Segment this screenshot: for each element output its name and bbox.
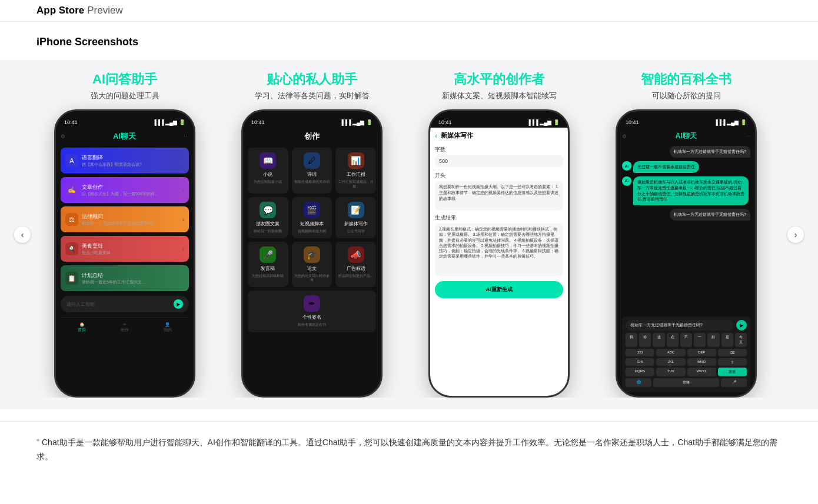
phone4-key-shift[interactable]: ⇪ xyxy=(718,358,747,366)
scroll-left-arrow[interactable]: ‹ xyxy=(14,226,31,243)
phone4-key-def[interactable]: DEF xyxy=(687,349,716,356)
phone1-chevron-0: › xyxy=(182,158,184,164)
phone4-key-at[interactable]: 在 xyxy=(667,333,679,347)
phone1-content: ⚙ AI聊天 ⋯ A 语言翻译 把【其什么东西】用英语怎么说? xyxy=(56,128,194,396)
phone4-key-today[interactable]: 今天 xyxy=(735,333,747,347)
phone2-icon-script: 🎬 xyxy=(304,202,320,218)
phone1-menu-item-2[interactable]: ⚖ 法律顾问 机动车一方无过错就等于无赔偿责任吗? › xyxy=(61,206,189,232)
scroll-right-arrow[interactable]: › xyxy=(787,226,804,243)
phone4-key-mno[interactable]: MNO xyxy=(687,358,716,366)
phone1-item2-sub: 机动车一方无过错就等于无赔偿责任吗? xyxy=(82,221,154,226)
phone-card-1: AI问答助手 强大的问题处理工具 10:41 ▐▐▐ ▂▄▆ 🔋 ⚙ AI聊天 … xyxy=(36,72,213,398)
phone4-key-jkl[interactable]: JKL xyxy=(656,358,685,366)
phone4-key-me[interactable]: 我 xyxy=(626,333,637,347)
phone4-menu-icon[interactable]: ⋯ xyxy=(745,133,750,139)
phone4-key-del[interactable]: ⌫ xyxy=(718,349,747,356)
phone4-key-not[interactable]: 不 xyxy=(680,333,692,347)
phone3-back-button[interactable]: ‹ xyxy=(435,132,437,140)
phone1-menu-item-4[interactable]: 📋 计划总结 请给我一篇近5年的工作汇报的文... › xyxy=(61,265,189,291)
phone4-key-good[interactable]: 好 xyxy=(707,333,719,347)
phone1-item4-left: 📋 计划总结 请给我一篇近5年的工作汇报的文... xyxy=(65,272,145,285)
phone1-item2-left: ⚖ 法律顾问 机动车一方无过错就等于无赔偿责任吗? xyxy=(65,213,154,226)
phone4-key-abc[interactable]: ABC xyxy=(656,349,685,356)
phone1-chevron-2: › xyxy=(182,216,184,223)
phone4-key-tuv[interactable]: TUV xyxy=(656,368,685,376)
phone4-key-send[interactable]: 发送 xyxy=(718,368,747,376)
phone4-chat-area: 机动车一方无过错就等于无赔偿责任吗? AI 无过错一般不需要承担赔偿责任 AI … xyxy=(622,146,750,313)
phone2-inner: 创作 📖 小说 为您定制短篇小说 🖊 诗词 智能生成格调优美诗词 xyxy=(243,128,381,335)
phone2-item-newmedia[interactable]: 📝 新媒体写作 公众号写作 xyxy=(335,197,376,238)
phone4-key-pqrs[interactable]: PQRS xyxy=(626,368,654,376)
phone2-sub-poetry: 智能生成格调优美诗词 xyxy=(294,180,330,184)
phone4-key-space[interactable]: 空格 xyxy=(653,378,719,387)
phone2-item-moments[interactable]: 💬 朋友圈文案 快给写一到朋友圈 xyxy=(248,197,288,238)
phone4-key-123[interactable]: 123 xyxy=(626,349,654,356)
phone1-signal: ▐▐▐ ▂▄▆ 🔋 xyxy=(152,119,185,125)
phone1-item3-sub: 生么小吃最美味 xyxy=(82,250,111,256)
phone4-key-mic[interactable]: 🎤 xyxy=(721,378,747,387)
phone2-item-paper[interactable]: 🎓 论文 为您的论文写出精准参考 xyxy=(292,242,332,287)
phone1-item3-label: 美食烹饪 xyxy=(82,242,111,250)
phone2-item-signature[interactable]: ✒ 个性签名 制作专属的正在书 xyxy=(248,291,376,332)
phone4-user-msg-1: 机动车一方无过错就等于无赔偿责任吗? xyxy=(670,146,750,158)
phone1-nav-title: AI聊天 xyxy=(113,131,136,142)
phone4-ai-msg-2-container: AI 但如果是机动车与行人或者非机动车发生交通事故的,机动车一方即使无责任也要承… xyxy=(622,176,750,205)
phone1-item4-sub: 请给我一篇近5年的工作汇报的文... xyxy=(82,279,145,285)
phone3-field-value-1[interactable]: 500 xyxy=(435,155,563,167)
description-text: "Chat助手是一款能够帮助用户进行智能聊天、AI创作和智能翻译的工具。通过Ch… xyxy=(36,436,782,464)
phone3-time: 10:41 xyxy=(438,119,452,125)
phone1-nav-mine[interactable]: 👤我的 xyxy=(164,322,172,333)
phone3-generate-button[interactable]: AI重新生成 xyxy=(435,281,563,298)
phone1-chevron-3: › xyxy=(182,246,184,252)
phone4-key-you[interactable]: 你 xyxy=(639,333,651,347)
phone3-content: ‹ 新媒体写作 字数 500 开头 我想要制作一份短视频拍摄大纲。以下是一些可以… xyxy=(430,128,568,396)
phone2-sub-ad: 给品牌定制更好产品... xyxy=(338,274,373,278)
phone1-item0-sub: 把【其什么东西】用英语怎么说? xyxy=(82,162,142,168)
app-store-bold-title: App Store xyxy=(36,5,84,16)
phone2-item-speech[interactable]: 🎤 发言稿 为您起稿演讲稿样稿 xyxy=(248,242,288,287)
phone1-send-button[interactable]: ▶ xyxy=(174,299,183,309)
phone2-item-novel[interactable]: 📖 小说 为您定制短篇小说 xyxy=(248,148,288,193)
phone4-ai-avatar-1: AI xyxy=(622,161,631,171)
phone2-label-poetry: 诗词 xyxy=(307,171,317,178)
phone4-input-field[interactable]: 机动车一方无过错就等于无赔偿责任吗? xyxy=(626,320,734,331)
phone1-nav-home[interactable]: 🏠首页 xyxy=(78,322,86,333)
phone1-nav-create[interactable]: ✏创作 xyxy=(121,322,129,333)
phone2-icon-signature: ✒ xyxy=(304,295,320,312)
phone4-key-is[interactable]: 是 xyxy=(721,333,733,347)
phone4-key-this[interactable]: 这 xyxy=(653,333,664,347)
phone2-label-paper: 论文 xyxy=(307,265,317,272)
phone1-menu-item-3[interactable]: 🍳 美食烹饪 生么小吃最美味 › xyxy=(61,236,189,262)
phone3-field-label-2: 开头 xyxy=(435,172,563,179)
phone1-settings-icon[interactable]: ⚙ xyxy=(61,133,65,139)
screenshots-scroll: AI问答助手 强大的问题处理工具 10:41 ▐▐▐ ▂▄▆ 🔋 ⚙ AI聊天 … xyxy=(0,72,818,398)
phone2-label-speech: 发言稿 xyxy=(261,265,275,272)
phone2-icon-speech: 🎤 xyxy=(260,246,276,263)
phone3-textarea[interactable]: 我想要制作一份短视频拍摄大纲。以下是一些可以考虑的要素： 1.主题和故事情节：确… xyxy=(435,181,563,211)
phone2-item-poetry[interactable]: 🖊 诗词 智能生成格调优美诗词 xyxy=(292,148,332,193)
phone4-key-wxyz[interactable]: WXYZ xyxy=(687,368,716,376)
phone1-inner: ⚙ AI聊天 ⋯ A 语言翻译 把【其什么东西】用英语怎么说? xyxy=(56,128,194,339)
phone1-menu-icon[interactable]: ⋯ xyxy=(184,133,189,139)
phone2-notch xyxy=(288,111,335,124)
phone4-send-button[interactable]: ▶ xyxy=(736,320,747,331)
phone4-key-globe[interactable]: 🌐 xyxy=(626,378,651,387)
phone3-header: ‹ 新媒体写作 xyxy=(435,131,563,140)
phone4-kb-row-1: 我 你 这 在 不 一 好 是 今天 xyxy=(626,333,747,347)
phone4-key-one[interactable]: 一 xyxy=(694,333,706,347)
phone1-menu-item-1[interactable]: ✍ 文章创作 以【跑步人生】为题，写一篇500字的作... › xyxy=(61,177,189,203)
phone1-menu-item-0[interactable]: A 语言翻译 把【其什么东西】用英语怎么说? › xyxy=(61,148,189,173)
phone2-item-report[interactable]: 📊 工作汇报 工作汇报写成精品，日报... xyxy=(335,148,376,193)
phone2-sub-script: 短视频脚本超大纲 xyxy=(298,229,326,233)
phone2-sub-report: 工作汇报写成精品，日报... xyxy=(338,180,374,188)
phone1-item0-text: 语言翻译 把【其什么东西】用英语怎么说? xyxy=(82,154,142,168)
phone2-signal: ▐▐▐ ▂▄▆ 🔋 xyxy=(340,119,373,125)
phone3-subheadline: 新媒体文案、短视频脚本智能续写 xyxy=(442,91,557,101)
phone4-frame: 10:41 ▐▐▐ ▂▄▆ 🔋 ⚙ AI聊天 ⋯ 机动车一方无过错就等于无赔偿责… xyxy=(616,109,757,398)
phone4-settings-icon[interactable]: ⚙ xyxy=(622,133,627,139)
phone4-key-ghi[interactable]: GHI xyxy=(626,358,654,366)
phone4-user-msg-2: 机动车一方无过错就等于无赔偿责任吗? xyxy=(670,209,750,221)
phone2-item-script[interactable]: 🎬 短视频脚本 短视频脚本超大纲 xyxy=(292,197,332,238)
phone2-item-ad[interactable]: 📣 广告标语 给品牌定制更好产品... xyxy=(335,242,376,287)
phone1-notch xyxy=(101,111,148,124)
